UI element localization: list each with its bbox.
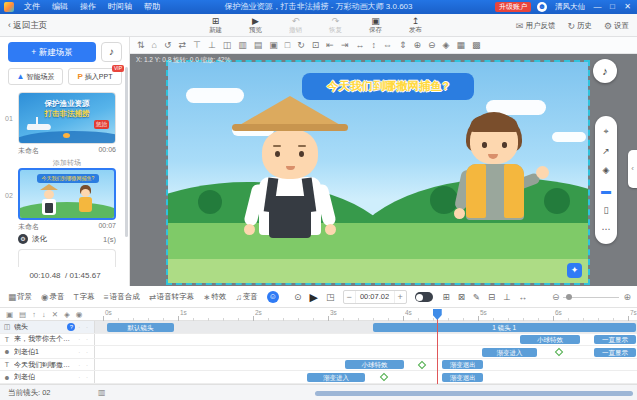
menu-1[interactable]: 编辑 <box>46 0 74 14</box>
animation-bar[interactable]: 小球特效 <box>345 360 404 369</box>
publish-button[interactable]: ↥发布 <box>402 16 429 34</box>
duration-icon[interactable]: ⊙ <box>294 292 302 302</box>
zoom-in-icon[interactable]: ⊕ <box>623 292 631 302</box>
collapse-panel-tab[interactable]: ‹ <box>628 150 637 188</box>
canvas[interactable]: 今天我们到哪撒网捕鱼? ✦ <box>168 62 588 283</box>
play-button[interactable]: ▶ <box>310 291 318 304</box>
rotate-right-icon[interactable]: ↻ <box>297 41 305 50</box>
fullscreen-preview-icon[interactable]: ◳ <box>326 292 335 302</box>
rollback-icon[interactable]: ⊠ <box>458 292 465 302</box>
scene-2-thumbnail[interactable]: 今天我们到哪撒网捕鱼? <box>18 168 116 220</box>
mirror-icon[interactable]: ◫ <box>223 41 232 50</box>
distribute-h-icon[interactable]: ▥ <box>238 41 247 50</box>
crop-icon[interactable]: ⊡ <box>312 41 320 50</box>
feedback-button[interactable]: ✉用户反馈 <box>516 21 556 31</box>
back-home-link[interactable]: ‹ 返回主页 <box>8 14 47 37</box>
home-icon[interactable]: ⌂ <box>152 41 157 50</box>
boy-character[interactable] <box>436 106 566 283</box>
transition-row[interactable]: ⚙ 淡化 1(s) <box>18 234 116 244</box>
edit-icon[interactable]: ✎ <box>473 292 480 302</box>
row-options-dots[interactable]: · · <box>78 349 90 355</box>
animation-bar[interactable]: 渐变进入 <box>307 373 365 382</box>
align-bottom-icon[interactable]: ⊥ <box>208 41 216 50</box>
shot-list-icon[interactable]: ▥ <box>98 385 106 400</box>
timeline-row-label[interactable]: ☻刘老伯· · <box>0 371 95 383</box>
menu-4[interactable]: 帮助 <box>138 0 166 14</box>
animation-bar[interactable]: 渐变退出 <box>442 373 483 382</box>
new-button[interactable]: ⊞新建 <box>202 16 229 34</box>
smart-scene-button[interactable]: ▲ 智能场景 <box>8 68 63 85</box>
sidebar-scrollbar[interactable] <box>125 67 128 237</box>
farmer-character[interactable] <box>226 96 356 283</box>
animation-bar[interactable]: 一直显示 <box>594 348 635 357</box>
speech-to-text-button[interactable]: ⇄语音转字幕 <box>149 292 195 302</box>
move-up-icon[interactable]: ↑ <box>32 310 36 319</box>
more-icon[interactable]: ⋯ <box>602 224 611 234</box>
distribute-v-icon[interactable]: ▤ <box>254 41 263 50</box>
copy-icon[interactable]: ▣ <box>6 310 13 319</box>
playhead-line[interactable] <box>437 310 438 384</box>
voice-change-button[interactable]: ♫变音 <box>235 292 257 302</box>
pause-marker[interactable] <box>555 348 563 356</box>
insert-ppt-button[interactable]: P 插入PPT VIP <box>68 68 122 85</box>
scene-1-thumbnail[interactable]: 保护渔业资源 打击非法捕捞 惩治 <box>18 92 116 144</box>
split-icon[interactable]: ⊟ <box>488 292 495 302</box>
animation-bar[interactable]: 默认镜头 <box>107 323 175 332</box>
copy-icon[interactable]: ▦ <box>457 41 466 50</box>
background-music-button[interactable]: ♪ <box>593 59 617 83</box>
auto-duration-toggle[interactable] <box>415 292 433 302</box>
timeline-track[interactable]: 小球特效渐变退出 <box>95 359 637 371</box>
bring-front-icon[interactable]: ▣ <box>269 41 278 50</box>
help-badge[interactable]: ? <box>67 323 75 331</box>
mobile-view-icon[interactable]: ▯ <box>604 205 609 215</box>
desktop-view-icon[interactable]: ▬ <box>601 185 611 196</box>
rotate-left-icon[interactable]: ↺ <box>164 41 172 50</box>
stretch-h-icon[interactable]: ⇔ <box>383 41 392 50</box>
zoom-out-icon[interactable]: ⊖ <box>428 41 436 50</box>
timeline-row-label[interactable]: ☻刘老伯1· · <box>0 346 95 358</box>
minimize-button[interactable]: — <box>590 0 605 14</box>
maximize-button[interactable]: □ <box>605 0 620 14</box>
animation-bar[interactable]: 小球特效 <box>520 335 580 344</box>
move-down-icon[interactable]: ↓ <box>42 310 46 319</box>
magnet-icon[interactable]: ⊥ <box>503 292 510 302</box>
timeline-row-label[interactable]: T来，我带你去个好地方· · <box>0 334 95 346</box>
add-transition-link[interactable]: 添加转场 <box>18 158 116 168</box>
row-options-dots[interactable]: · · <box>78 362 90 368</box>
record-button[interactable]: ◉录音 <box>41 292 64 302</box>
align-top-icon[interactable]: ⊤ <box>193 41 201 50</box>
fit-width-icon[interactable]: ↔ <box>518 292 527 302</box>
scene-3-thumbnail[interactable] <box>18 249 116 267</box>
duration-minus-button[interactable]: − <box>344 292 355 302</box>
upgrade-account-badge[interactable]: 升级账户 <box>495 2 531 12</box>
user-avatar[interactable]: ☻ <box>537 2 547 12</box>
zoom-slider[interactable] <box>563 297 619 298</box>
align-left-icon[interactable]: ⇤ <box>326 41 334 50</box>
background-button[interactable]: ▦背景 <box>8 292 32 302</box>
lock-icon[interactable]: ◈ <box>443 41 450 50</box>
menu-0[interactable]: 文件 <box>18 0 46 14</box>
center-horizontal-icon[interactable]: ↔ <box>355 41 364 50</box>
delete-icon[interactable]: ✕ <box>52 310 58 319</box>
assistant-icon[interactable]: ☺ <box>267 291 279 303</box>
timeline-row-label[interactable]: T今天我们到哪撒网捕鱼· · <box>0 359 95 371</box>
align-right-icon[interactable]: ⇥ <box>341 41 349 50</box>
effects-button[interactable]: ∗特效 <box>203 292 226 302</box>
menu-3[interactable]: 时间轴 <box>102 0 138 14</box>
scene-2-name[interactable]: 未命名 <box>18 222 39 232</box>
save-button[interactable]: ▣保存 <box>362 16 389 34</box>
menu-2[interactable]: 操作 <box>74 0 102 14</box>
send-back-icon[interactable]: □ <box>285 41 290 50</box>
flip-horizontal-icon[interactable]: ⇄ <box>179 41 187 50</box>
paste-icon[interactable]: ▤ <box>19 310 26 319</box>
history-button[interactable]: ↻历史 <box>567 21 592 31</box>
share-icon[interactable]: ↗ <box>602 146 610 156</box>
row-options-dots[interactable]: · · <box>78 374 90 380</box>
lock-icon[interactable]: ◈ <box>603 165 610 175</box>
close-button[interactable]: ✕ <box>620 0 635 14</box>
pause-marker[interactable] <box>418 361 426 369</box>
paste-icon[interactable]: ▩ <box>472 41 481 50</box>
preview-button[interactable]: ▶预览 <box>242 16 269 34</box>
zoom-slider-knob[interactable] <box>566 294 572 300</box>
animation-bar[interactable]: 渐变进入 <box>482 348 538 357</box>
